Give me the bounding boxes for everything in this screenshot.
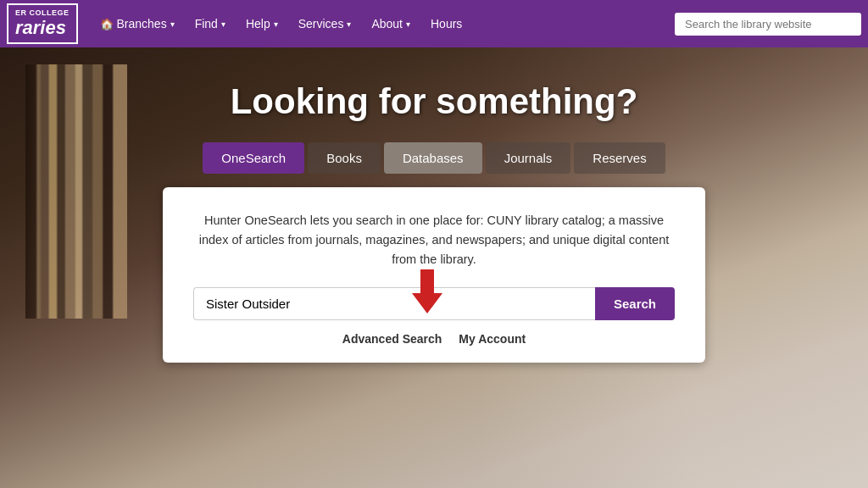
tab-books[interactable]: Books (308, 142, 381, 174)
tab-onesearch[interactable]: OneSearch (203, 142, 304, 174)
nav-find[interactable]: Find ▾ (186, 12, 234, 36)
tab-databases[interactable]: Databases (384, 142, 482, 174)
search-tabs: OneSearch Books Databases Journals Reser… (203, 142, 665, 174)
logo[interactable]: ER COLLEGE raries (7, 3, 78, 44)
nav-hours-label: Hours (431, 17, 462, 30)
tab-journals[interactable]: Journals (486, 142, 571, 174)
nav-services[interactable]: Services ▾ (290, 12, 360, 36)
nav-help[interactable]: Help ▾ (237, 12, 287, 36)
navbar: ER COLLEGE raries 🏠 Branches ▾ Find ▾ He… (0, 0, 868, 47)
search-description: Hunter OneSearch lets you search in one … (193, 211, 675, 270)
hero-section: Looking for something? OneSearch Books D… (0, 47, 868, 488)
chevron-down-icon: ▾ (274, 19, 278, 29)
home-icon: 🏠 (100, 18, 114, 30)
search-button[interactable]: Search (595, 287, 675, 320)
nav-search-area (675, 13, 861, 36)
nav-hours[interactable]: Hours (422, 12, 470, 36)
nav-about-label: About (371, 17, 403, 30)
advanced-search-link[interactable]: Advanced Search (342, 332, 442, 346)
nav-help-label: Help (246, 17, 270, 30)
nav-find-label: Find (195, 17, 218, 30)
nav-services-label: Services (298, 17, 344, 30)
logo-bottom-text: raries (15, 17, 70, 39)
search-links: Advanced Search My Account (193, 332, 675, 346)
chevron-down-icon: ▾ (347, 19, 351, 29)
my-account-link[interactable]: My Account (459, 332, 526, 346)
tab-reserves[interactable]: Reserves (574, 142, 665, 174)
chevron-down-icon: ▾ (221, 19, 225, 29)
chevron-down-icon: ▾ (406, 19, 410, 29)
nav-search-input[interactable] (675, 13, 861, 36)
search-input[interactable] (193, 287, 595, 320)
nav-about[interactable]: About ▾ (363, 12, 419, 36)
logo-top-text: ER COLLEGE (15, 8, 70, 17)
chevron-down-icon: ▾ (170, 19, 175, 29)
nav-branches[interactable]: 🏠 Branches ▾ (92, 12, 183, 36)
nav-branches-label: Branches (117, 17, 167, 30)
nav-links: 🏠 Branches ▾ Find ▾ Help ▾ Services ▾ Ab… (92, 12, 675, 36)
search-box: Hunter OneSearch lets you search in one … (163, 187, 705, 363)
hero-title: Looking for something? (231, 81, 638, 122)
search-input-row: Search (193, 287, 675, 320)
